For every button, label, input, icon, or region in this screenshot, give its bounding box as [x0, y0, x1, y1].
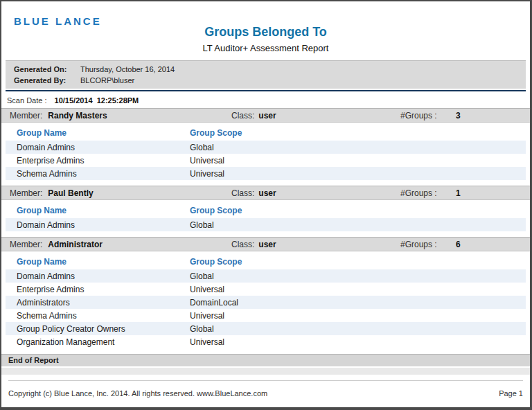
group-row: Enterprise AdminsUniversal	[6, 283, 526, 296]
generated-by-row: Generated By: BLCORP\bluser	[6, 75, 526, 86]
group-scope-header: Group Scope	[190, 257, 242, 267]
member-label: Member:	[10, 240, 42, 249]
trailer-band	[1, 368, 530, 375]
member-label: Member:	[10, 188, 42, 198]
group-table: Group Name Group Scope Domain AdminsGlob…	[6, 254, 526, 348]
group-name-cell: Administrators	[17, 298, 190, 308]
group-name-cell: Enterprise Admins	[17, 285, 190, 294]
group-scope-header: Group Scope	[190, 128, 242, 138]
class-value: user	[258, 240, 276, 249]
class-value: user	[258, 188, 276, 198]
member-name: Administrator	[48, 240, 103, 249]
page-number: Page 1	[499, 389, 523, 398]
groups-label: #Groups :	[400, 188, 456, 198]
group-row: Schema AdminsUniversal	[6, 167, 526, 180]
group-name-header: Group Name	[17, 206, 190, 215]
class-label: Class:	[231, 111, 254, 121]
group-scope-cell: Universal	[190, 156, 224, 166]
group-table: Group Name Group Scope Domain AdminsGlob…	[6, 125, 526, 180]
scan-date-value: 10/15/2014 12:25:28PM	[55, 96, 139, 105]
members-list: Member: Randy Masters Class: user #Group…	[1, 108, 530, 348]
groups-count: 3	[456, 111, 461, 121]
report-footer: Copyright (c) Blue Lance, Inc. 2014. All…	[8, 380, 523, 398]
group-name-cell: Domain Admins	[17, 271, 190, 281]
scan-date-row: Scan Date : 10/15/2014 12:25:28PM	[1, 91, 530, 108]
group-name-header: Group Name	[17, 257, 190, 267]
group-row: Domain AdminsGlobal	[6, 218, 526, 231]
group-scope-cell: Universal	[190, 311, 224, 321]
group-scope-cell: Global	[190, 220, 214, 230]
class-label: Class:	[231, 188, 254, 198]
report-page: BLUE LANCE Groups Belonged To LT Auditor…	[0, 0, 532, 410]
group-row: Group Policy Creator OwnersGlobal	[6, 322, 526, 335]
generated-by-value: BLCORP\bluser	[80, 76, 134, 84]
group-name-header: Group Name	[17, 128, 190, 138]
group-name-cell: Domain Admins	[17, 143, 190, 152]
generated-on-row: Generated On: Thursday, October 16, 2014	[6, 64, 526, 75]
blue-lance-logo: BLUE LANCE	[14, 15, 102, 27]
member-name: Paul Bently	[48, 188, 93, 198]
group-name-cell: Organization Management	[17, 337, 190, 347]
class-label: Class:	[231, 240, 254, 249]
end-of-report: End of Report	[1, 354, 530, 366]
member-section: Member: Administrator Class: user #Group…	[1, 237, 530, 348]
group-row: Domain AdminsGlobal	[6, 141, 526, 154]
groups-label: #Groups :	[400, 111, 456, 121]
footer-copyright: Copyright (c) Blue Lance, Inc. 2014. All…	[8, 389, 267, 398]
group-rows: Domain AdminsGlobal	[6, 218, 526, 231]
generated-banner: Generated On: Thursday, October 16, 2014…	[6, 60, 526, 89]
generated-by-label: Generated By:	[14, 76, 80, 84]
group-name-cell: Schema Admins	[17, 311, 190, 321]
member-header: Member: Administrator Class: user #Group…	[1, 237, 530, 251]
group-name-cell: Schema Admins	[17, 169, 190, 179]
group-name-cell: Enterprise Admins	[17, 156, 190, 166]
generated-on-label: Generated On:	[14, 65, 80, 73]
group-scope-cell: DomainLocal	[190, 298, 238, 308]
group-rows: Domain AdminsGlobalEnterprise AdminsUniv…	[6, 269, 526, 348]
groups-label: #Groups :	[400, 240, 456, 249]
group-row: Domain AdminsGlobal	[6, 269, 526, 283]
report-title: Groups Belonged To	[1, 25, 530, 39]
groups-count: 6	[456, 240, 461, 249]
member-name: Randy Masters	[48, 111, 107, 121]
group-scope-cell: Universal	[190, 169, 224, 179]
group-table-header: Group Name Group Scope	[6, 125, 526, 141]
groups-count: 1	[456, 188, 461, 198]
class-value: user	[258, 111, 276, 121]
generated-on-value: Thursday, October 16, 2014	[80, 65, 175, 73]
group-row: Enterprise AdminsUniversal	[6, 154, 526, 167]
group-scope-cell: Global	[190, 324, 214, 334]
group-row: AdministratorsDomainLocal	[6, 296, 526, 309]
member-header: Member: Randy Masters Class: user #Group…	[1, 108, 530, 123]
group-scope-cell: Global	[190, 143, 214, 152]
member-section: Member: Paul Bently Class: user #Groups …	[1, 186, 530, 231]
group-row: Schema AdminsUniversal	[6, 309, 526, 322]
member-label: Member:	[10, 111, 42, 121]
group-name-cell: Domain Admins	[17, 220, 190, 230]
group-scope-cell: Global	[190, 271, 214, 281]
group-row: Organization ManagementUniversal	[6, 335, 526, 348]
member-section: Member: Randy Masters Class: user #Group…	[1, 108, 530, 180]
group-table-header: Group Name Group Scope	[6, 254, 526, 269]
group-table-header: Group Name Group Scope	[6, 203, 526, 218]
group-table: Group Name Group Scope Domain AdminsGlob…	[6, 203, 526, 231]
group-scope-cell: Universal	[190, 337, 224, 347]
scan-date-label: Scan Date :	[7, 96, 46, 105]
report-subtitle: LT Auditor+ Assessment Report	[1, 43, 530, 53]
group-scope-cell: Universal	[190, 285, 224, 294]
group-rows: Domain AdminsGlobalEnterprise AdminsUniv…	[6, 141, 526, 180]
group-scope-header: Group Scope	[190, 206, 242, 215]
member-header: Member: Paul Bently Class: user #Groups …	[1, 186, 530, 200]
group-name-cell: Group Policy Creator Owners	[17, 324, 190, 334]
